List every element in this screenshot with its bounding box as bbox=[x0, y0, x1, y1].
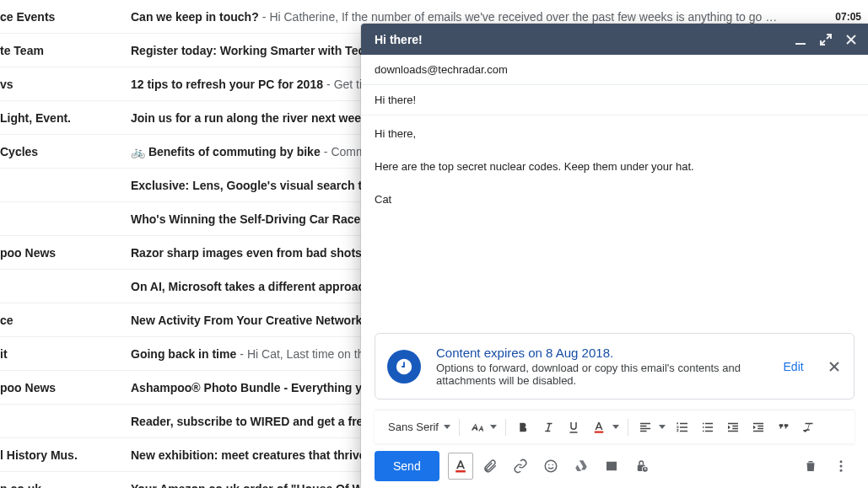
email-subject: New Activity From Your Creative Network bbox=[131, 314, 362, 327]
email-subject: Razor sharp images even from bad shots bbox=[131, 246, 362, 260]
attach-file-icon[interactable] bbox=[477, 453, 504, 480]
email-subject: Your Amazon.co.uk order of "House Of Wa bbox=[131, 482, 369, 489]
indent-less-button[interactable] bbox=[721, 416, 745, 439]
confidential-mode-icon[interactable] bbox=[628, 453, 655, 480]
email-sender: ce Events bbox=[0, 10, 131, 24]
email-sender: Light, Event. bbox=[0, 111, 131, 125]
remove-format-button[interactable] bbox=[797, 416, 821, 439]
email-subject: New exhibition: meet creatures that thri… bbox=[131, 448, 366, 462]
email-subject: Ashampoo® Photo Bundle - Everything yo bbox=[131, 381, 369, 394]
svg-point-18 bbox=[840, 469, 843, 472]
numbered-list-button[interactable] bbox=[671, 416, 694, 439]
svg-point-17 bbox=[840, 465, 843, 468]
chevron-down-icon bbox=[490, 425, 497, 429]
email-sender: it bbox=[0, 347, 131, 361]
underline-button[interactable] bbox=[562, 416, 585, 439]
email-subject: Join us for a run along the river next w… bbox=[131, 111, 368, 125]
email-snippet: Get ti bbox=[334, 78, 362, 91]
insert-link-icon[interactable] bbox=[507, 453, 534, 480]
insert-photo-icon[interactable] bbox=[598, 453, 625, 480]
email-sender: poo News bbox=[0, 246, 131, 260]
italic-button[interactable] bbox=[536, 416, 560, 439]
more-options-icon[interactable] bbox=[828, 453, 855, 480]
send-button[interactable]: Send bbox=[375, 451, 439, 481]
compose-body[interactable]: Hi there, Here are the top secret nuclea… bbox=[361, 115, 868, 333]
email-subject: Exclusive: Lens, Google's visual search … bbox=[131, 179, 376, 192]
email-subject: Who's Winning the Self-Driving Car Race? bbox=[131, 212, 368, 226]
svg-rect-9 bbox=[456, 470, 466, 473]
email-subject: On AI, Microsoft takes a different appro… bbox=[131, 280, 364, 293]
email-snippet: Hi Catherine, If the number of emails we… bbox=[269, 10, 777, 24]
chevron-down-icon bbox=[659, 425, 666, 429]
email-subject: 12 tips to refresh your PC for 2018 bbox=[131, 78, 323, 91]
text-color-button[interactable] bbox=[587, 416, 611, 439]
email-subject: Register today: Working Smarter with Tec… bbox=[131, 44, 372, 57]
svg-point-10 bbox=[545, 460, 557, 472]
font-family-select[interactable]: Sans Serif bbox=[381, 417, 454, 437]
formatting-toolbar: Sans Serif bbox=[375, 410, 855, 443]
banner-close-icon[interactable] bbox=[828, 357, 842, 377]
quote-button[interactable] bbox=[772, 416, 795, 439]
indent-more-button[interactable] bbox=[747, 416, 770, 439]
email-subject: 🚲 Benefits of commuting by bike bbox=[131, 145, 321, 158]
text-format-toggle-icon[interactable] bbox=[448, 453, 473, 480]
email-snippet: Hi Cat, Last time on th bbox=[247, 347, 364, 361]
confidential-clock-icon bbox=[387, 350, 421, 383]
minimize-icon[interactable] bbox=[790, 29, 811, 50]
bold-button[interactable] bbox=[511, 416, 535, 439]
compose-header: Hi there! bbox=[361, 24, 868, 55]
email-sender: poo News bbox=[0, 381, 131, 394]
svg-point-16 bbox=[840, 460, 843, 463]
email-subject: Can we keep in touch? bbox=[131, 10, 259, 24]
close-icon[interactable] bbox=[841, 29, 861, 50]
email-sender: n.co.uk bbox=[0, 482, 131, 489]
email-sender: Cycles bbox=[0, 145, 131, 158]
banner-edit-button[interactable]: Edit bbox=[775, 355, 812, 378]
svg-rect-7 bbox=[595, 431, 604, 432]
compose-title: Hi there! bbox=[375, 33, 423, 46]
font-family-label: Sans Serif bbox=[388, 421, 439, 433]
confidential-banner: Content expires on 8 Aug 2018. Options t… bbox=[375, 333, 855, 400]
chevron-down-icon bbox=[612, 425, 619, 429]
email-sender: l History Mus. bbox=[0, 448, 131, 462]
compose-window: Hi there! downloads@techradar.com Hi the… bbox=[361, 24, 868, 488]
email-sender: ce bbox=[0, 314, 131, 327]
email-sender: vs bbox=[0, 78, 131, 91]
email-time: 07:05 bbox=[825, 11, 861, 23]
insert-emoji-icon[interactable] bbox=[537, 453, 564, 480]
bulleted-list-button[interactable] bbox=[696, 416, 720, 439]
align-button[interactable] bbox=[633, 416, 657, 439]
compose-subject-field[interactable]: Hi there! bbox=[361, 85, 868, 115]
email-sender: te Team bbox=[0, 44, 131, 57]
banner-title: Content expires on 8 Aug 2018. bbox=[436, 346, 760, 360]
discard-draft-icon[interactable] bbox=[797, 453, 824, 480]
compose-to-field[interactable]: downloads@techradar.com bbox=[361, 55, 868, 85]
svg-point-11 bbox=[548, 464, 550, 466]
insert-drive-icon[interactable] bbox=[568, 453, 595, 480]
font-size-select[interactable] bbox=[465, 416, 488, 439]
banner-text: Options to forward, download or copy thi… bbox=[436, 362, 760, 387]
chevron-down-icon bbox=[444, 425, 450, 429]
fullscreen-icon[interactable] bbox=[816, 29, 836, 50]
email-subject: Reader, subscribe to WIRED and get a fre… bbox=[131, 415, 369, 428]
email-subject: Going back in time bbox=[131, 347, 236, 361]
svg-point-12 bbox=[552, 464, 553, 466]
send-bar: Send bbox=[361, 443, 868, 488]
